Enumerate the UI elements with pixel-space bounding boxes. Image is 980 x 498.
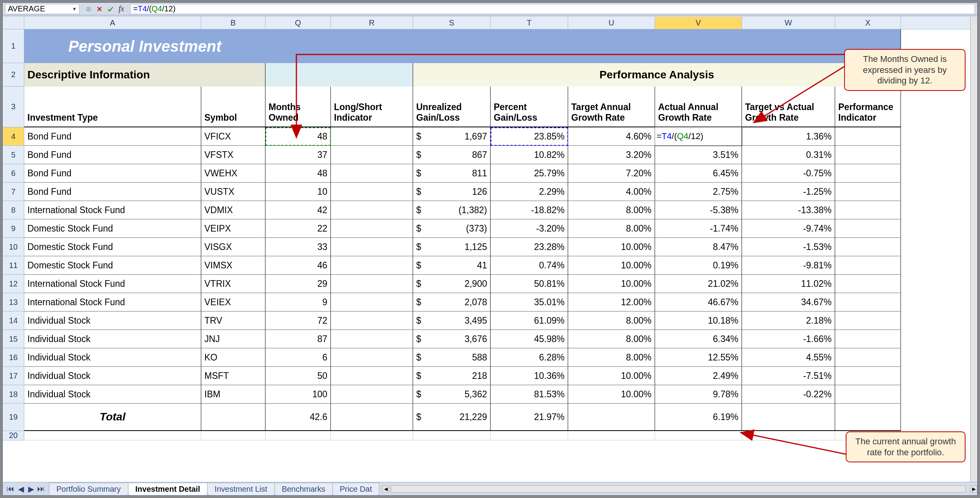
cell-A4[interactable]: Bond Fund — [24, 127, 201, 146]
cell-X8[interactable] — [835, 201, 901, 219]
cell-empty-20-4[interactable] — [413, 431, 491, 440]
cell-A7[interactable]: Bond Fund — [24, 183, 201, 201]
cell-empty-20-7[interactable] — [655, 431, 742, 440]
cell-V16[interactable]: 12.55% — [655, 348, 742, 367]
cell-A13[interactable]: International Stock Fund — [24, 293, 201, 311]
cell-X11[interactable] — [835, 256, 901, 275]
cell-W10[interactable]: -1.53% — [742, 238, 835, 256]
cell-S19[interactable]: $21,229 — [413, 404, 491, 431]
row-header-1[interactable]: 1 — [3, 29, 24, 63]
cell-empty-20-0[interactable] — [24, 431, 201, 440]
cell-B5[interactable]: VFSTX — [201, 146, 265, 164]
cell-B9[interactable]: VEIPX — [201, 219, 265, 238]
cell-Q13[interactable]: 9 — [265, 293, 331, 311]
cell-T4[interactable]: 23.85% — [491, 127, 568, 146]
cell-S6[interactable]: $811 — [413, 164, 491, 183]
cell-X14[interactable] — [835, 311, 901, 330]
cell-T8[interactable]: -18.82% — [491, 201, 568, 219]
cell-B13[interactable]: VEIEX — [201, 293, 265, 311]
cell-T13[interactable]: 35.01% — [491, 293, 568, 311]
cell-W12[interactable]: 11.02% — [742, 275, 835, 293]
col-header-Q[interactable]: Q — [265, 17, 331, 29]
cell-V10[interactable]: 8.47% — [655, 238, 742, 256]
cell-T9[interactable]: -3.20% — [491, 219, 568, 238]
cell-B4[interactable]: VFICX — [201, 127, 265, 146]
cell-V15[interactable]: 6.34% — [655, 330, 742, 348]
cell-U6[interactable]: 7.20% — [568, 164, 655, 183]
cell-V17[interactable]: 2.49% — [655, 367, 742, 385]
cell-X13[interactable] — [835, 293, 901, 311]
row-header-18[interactable]: 18 — [3, 385, 24, 404]
cell-X17[interactable] — [835, 367, 901, 385]
cell-A14[interactable]: Individual Stock — [24, 311, 201, 330]
cell-U14[interactable]: 8.00% — [568, 311, 655, 330]
cell-X7[interactable] — [835, 183, 901, 201]
cell-S18[interactable]: $5,362 — [413, 385, 491, 404]
cell-B8[interactable]: VDMIX — [201, 201, 265, 219]
cell-Q11[interactable]: 46 — [265, 256, 331, 275]
row-header-12[interactable]: 12 — [3, 275, 24, 293]
row-header-4[interactable]: 4 — [3, 127, 24, 146]
cell-V11[interactable]: 0.19% — [655, 256, 742, 275]
sheet-tab[interactable]: Investment List — [207, 483, 275, 495]
cell-R11[interactable] — [331, 256, 413, 275]
cell-X19[interactable] — [835, 404, 901, 431]
cancel-icon[interactable] — [96, 5, 103, 13]
cell-B14[interactable]: TRV — [201, 311, 265, 330]
cell-R9[interactable] — [331, 219, 413, 238]
cell-empty-20-1[interactable] — [201, 431, 265, 440]
formula-input[interactable]: =T4/(Q4/12) — [130, 4, 975, 14]
cell-U7[interactable]: 4.00% — [568, 183, 655, 201]
cell-W18[interactable]: -0.22% — [742, 385, 835, 404]
cell-U10[interactable]: 10.00% — [568, 238, 655, 256]
hscroll-left-icon[interactable]: ◀ — [382, 485, 389, 493]
cell-R19[interactable] — [331, 404, 413, 431]
cell-B12[interactable]: VTRIX — [201, 275, 265, 293]
sheet-tab[interactable]: Benchmarks — [274, 483, 333, 495]
cell-W7[interactable]: -1.25% — [742, 183, 835, 201]
cell-V19[interactable]: 6.19% — [655, 404, 742, 431]
cell-U19[interactable] — [568, 404, 655, 431]
cell-W19[interactable] — [742, 404, 835, 431]
row-header-15[interactable]: 15 — [3, 330, 24, 348]
cell-V7[interactable]: 2.75% — [655, 183, 742, 201]
fx-icon[interactable]: fx — [118, 5, 125, 13]
range-selector-icon[interactable] — [85, 5, 92, 13]
cell-Q5[interactable]: 37 — [265, 146, 331, 164]
cell-T6[interactable]: 25.79% — [491, 164, 568, 183]
tab-nav-prev-icon[interactable]: ◀ — [16, 484, 25, 494]
cell-Q15[interactable]: 87 — [265, 330, 331, 348]
cell-U4[interactable]: 4.60% — [568, 127, 655, 146]
col-header-R[interactable]: R — [331, 17, 413, 29]
cell-T16[interactable]: 6.28% — [491, 348, 568, 367]
cell-B6[interactable]: VWEHX — [201, 164, 265, 183]
cell-B17[interactable]: MSFT — [201, 367, 265, 385]
cell-A15[interactable]: Individual Stock — [24, 330, 201, 348]
col-header-V[interactable]: V — [655, 17, 742, 29]
cell-U5[interactable]: 3.20% — [568, 146, 655, 164]
cell-Q4[interactable]: 48 — [265, 127, 331, 146]
cell-T10[interactable]: 23.28% — [491, 238, 568, 256]
hscroll-right-icon[interactable]: ▶ — [970, 485, 977, 493]
cell-R5[interactable] — [331, 146, 413, 164]
cell-X4[interactable] — [835, 127, 901, 146]
cell-W4[interactable]: 1.36% — [742, 127, 835, 146]
cell-B15[interactable]: JNJ — [201, 330, 265, 348]
row-header-5[interactable]: 5 — [3, 146, 24, 164]
cell-T19[interactable]: 21.97% — [491, 404, 568, 431]
cell-U9[interactable]: 8.00% — [568, 219, 655, 238]
cell-X5[interactable] — [835, 146, 901, 164]
cell-W14[interactable]: 2.18% — [742, 311, 835, 330]
cell-S7[interactable]: $126 — [413, 183, 491, 201]
col-header-X[interactable]: X — [835, 17, 901, 29]
cell-V5[interactable]: 3.51% — [655, 146, 742, 164]
col-header-U[interactable]: U — [568, 17, 655, 29]
cell-S8[interactable]: $(1,382) — [413, 201, 491, 219]
cell-X12[interactable] — [835, 275, 901, 293]
cell-Q14[interactable]: 72 — [265, 311, 331, 330]
row-header-2[interactable]: 2 — [3, 63, 24, 87]
col-header-B[interactable]: B — [201, 17, 265, 29]
cell-A18[interactable]: Individual Stock — [24, 385, 201, 404]
cell-S12[interactable]: $2,900 — [413, 275, 491, 293]
cell-T14[interactable]: 61.09% — [491, 311, 568, 330]
